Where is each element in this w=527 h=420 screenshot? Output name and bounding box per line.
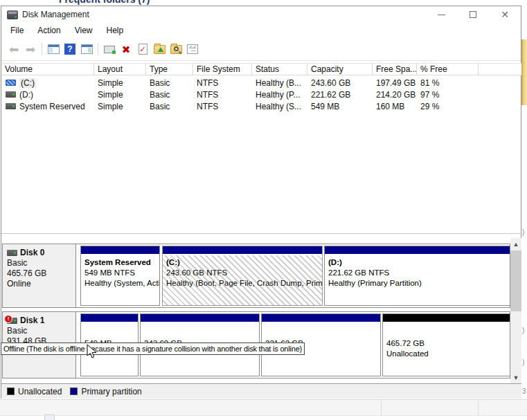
partition-d[interactable]: (D:) 221.62 GB NTFS Healthy (Primary Par… [324, 246, 510, 306]
disk0-icon [7, 250, 17, 256]
background-window-right-fragment: ) ) ) 3 3 [521, 0, 527, 420]
volume-name: (C:) [19, 78, 36, 88]
partition-color-band [81, 314, 138, 322]
statusbar-separator [478, 401, 479, 415]
column-header-capacity[interactable]: Capacity [307, 64, 373, 75]
menu-file[interactable]: File [10, 26, 24, 35]
disk1-offline-icon [7, 318, 17, 324]
volume-row-system-reserved[interactable]: System Reserved Simple Basic NTFS Health… [1, 100, 521, 112]
forward-icon[interactable]: ➡ [22, 41, 39, 57]
close-button[interactable]: ✕ [489, 6, 521, 23]
show-console-tree-icon[interactable] [45, 41, 62, 57]
show-action-pane-icon[interactable] [78, 41, 95, 57]
disk0-row: Disk 0 Basic 465.76 GB Online System Res… [2, 244, 510, 308]
menu-help[interactable]: Help [107, 26, 124, 35]
menu-bar: File Action View Help [1, 23, 521, 38]
folder-up-icon[interactable] [151, 41, 168, 57]
column-header-pct-free[interactable]: % Free [417, 64, 479, 75]
column-header-status[interactable]: Status [252, 64, 307, 75]
volume-status: Healthy (S... [252, 102, 307, 111]
volume-pct-free: 81 % [417, 78, 479, 88]
back-icon[interactable]: ⬅ [6, 41, 22, 57]
background-text-fragment: ) [522, 358, 524, 366]
menu-view[interactable]: View [75, 26, 93, 35]
legend-unallocated-swatch [7, 387, 15, 395]
pane-splitter[interactable] [1, 233, 521, 234]
volume-free: 214.20 GB [373, 90, 417, 100]
partition-c-selected[interactable]: (C:) 243.60 GB NTFS Healthy (Boot, Page … [162, 246, 323, 306]
partition-size: 243.60 GB NTFS [166, 268, 227, 277]
app-icon [7, 10, 18, 19]
background-window-top-fragment: Frequent folders (7) [0, 0, 521, 6]
checklist-icon[interactable] [184, 41, 201, 57]
title-bar[interactable]: Disk Management ✕ [1, 6, 521, 23]
volume-layout: Simple [94, 90, 146, 100]
volume-capacity: 221.62 GB [307, 90, 373, 100]
volume-layout: Simple [94, 102, 146, 111]
volume-capacity: 549 MB [307, 102, 373, 111]
toolbar: ⬅ ➡ ? ✖ [1, 38, 521, 61]
partition-color-band [141, 314, 259, 322]
mark-partition-active-icon[interactable] [134, 41, 151, 57]
legend-primary-label: Primary partition [81, 387, 141, 396]
column-header-type[interactable]: Type [146, 64, 193, 75]
volume-free: 197.49 GB [373, 78, 417, 88]
disk0-name: Disk 0 [20, 248, 44, 258]
disk1-name: Disk 1 [20, 316, 44, 326]
partition-health: Healthy (System, Active, Primary Partiti… [84, 279, 159, 287]
volume-type: Basic [146, 90, 193, 100]
scrollbar-thumb[interactable] [510, 250, 521, 311]
background-statusbar [0, 399, 527, 416]
volume-row-d[interactable]: (D:) Simple Basic NTFS Healthy (P... 221… [1, 89, 521, 100]
delete-volume-icon[interactable]: ✖ [118, 41, 134, 57]
toolbar-separator [98, 43, 98, 55]
maximize-button[interactable] [457, 6, 489, 23]
column-header-volume[interactable]: Volume [1, 64, 94, 75]
vertical-scrollbar[interactable]: ▲ ▼ [510, 238, 521, 383]
disk1-unallocated[interactable]: 465.72 GB Unallocated [382, 313, 510, 376]
statusbar-separator [381, 401, 382, 415]
column-header-blank [479, 64, 521, 75]
legend-bar: Unallocated Primary partition [1, 383, 521, 399]
background-folder-icon [521, 39, 527, 105]
background-text-fragment: ) [522, 327, 524, 334]
properties-icon[interactable] [101, 41, 118, 57]
minimize-button[interactable] [425, 6, 457, 23]
disk0-label[interactable]: Disk 0 Basic 465.76 GB Online [3, 244, 76, 307]
partition-color-band [81, 246, 159, 254]
toolbar-separator [42, 43, 42, 55]
background-file-icon [44, 414, 55, 420]
scroll-up-icon[interactable]: ▲ [510, 238, 521, 250]
volume-type: Basic [146, 78, 193, 88]
partition-title: (D:) [328, 258, 342, 266]
volume-row-c[interactable]: (C:) Simple Basic NTFS Healthy (B... 243… [1, 77, 521, 89]
partition-color-band [325, 246, 510, 254]
partition-system-reserved[interactable]: System Reserved 549 MB NTFS Healthy (Sys… [80, 246, 160, 306]
partition-size: 221.62 GB NTFS [328, 268, 389, 277]
volume-capacity: 243.60 GB [307, 78, 373, 88]
volume-status: Healthy (P... [252, 90, 307, 100]
disk-management-window: Disk Management ✕ File Action View Help … [1, 6, 521, 399]
legend-primary-swatch [70, 387, 78, 395]
volume-name: (D:) [19, 90, 33, 100]
column-header-layout[interactable]: Layout [94, 64, 146, 75]
disk0-type: Basic [7, 258, 73, 268]
column-header-file-system[interactable]: File System [193, 64, 252, 75]
scroll-down-icon[interactable]: ▼ [510, 372, 521, 383]
menu-action[interactable]: Action [37, 26, 60, 35]
legend-unallocated-label: Unallocated [18, 387, 62, 396]
disk0-size: 465.76 GB [7, 268, 73, 279]
disk1-type: Basic [7, 326, 73, 336]
volume-status: Healthy (B... [252, 78, 307, 88]
partition-size: 465.72 GB [386, 339, 425, 347]
folder-search-icon[interactable] [168, 41, 184, 57]
unallocated-color-band [383, 314, 510, 322]
disk-graph-pane: Disk 0 Basic 465.76 GB Online System Res… [1, 238, 521, 383]
background-text-fragment: ) [522, 228, 524, 236]
column-header-free-space[interactable]: Free Spa... [373, 64, 417, 75]
help-icon[interactable]: ? [62, 41, 78, 57]
mouse-cursor [87, 344, 98, 359]
volume-type: Basic [146, 102, 193, 111]
partition-health: Healthy (Boot, Page File, Crash Dump, Pr… [166, 279, 322, 287]
partition-size: 549 MB NTFS [84, 268, 135, 277]
